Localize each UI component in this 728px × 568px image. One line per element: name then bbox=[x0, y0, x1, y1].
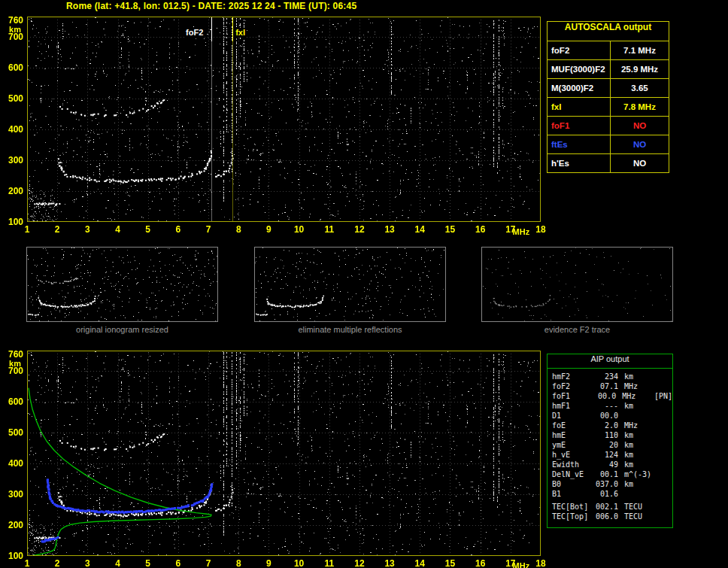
aip-param-name: Ewidth bbox=[552, 460, 593, 469]
top-ionogram-panel: foF2 fxI bbox=[0, 14, 548, 236]
autoscala-row-value: NO bbox=[611, 135, 669, 153]
aip-param-note bbox=[654, 411, 672, 421]
aip-row: hmF1---km bbox=[552, 401, 672, 411]
aip-param-value: 2.0 bbox=[593, 421, 618, 430]
aip-param-note bbox=[654, 421, 672, 430]
aip-param-name: hmF2 bbox=[552, 372, 593, 381]
aip-param-value: 037.0 bbox=[593, 479, 618, 489]
thumbnail-evidence-canvas bbox=[482, 248, 672, 321]
aip-row: TEC[Bot]002.1TECU bbox=[552, 502, 672, 512]
aip-param-unit: TECU bbox=[624, 502, 654, 512]
thumbnail-eliminate-canvas bbox=[255, 248, 445, 321]
aip-param-unit: TECU bbox=[624, 512, 654, 521]
aip-param-unit: km bbox=[624, 460, 654, 469]
aip-row: TEC[Top]006.0TECU bbox=[552, 512, 672, 521]
aip-param-value: --- bbox=[593, 401, 618, 411]
aip-row: hmE110km bbox=[552, 430, 672, 440]
autoscala-output-window: Rome (lat: +41.8, lon: 012.5) - DATE: 20… bbox=[0, 0, 728, 568]
aip-param-note bbox=[654, 489, 672, 499]
autoscala-table-header: AUTOSCALA output bbox=[548, 22, 669, 41]
aip-param-value: 006.0 bbox=[593, 512, 618, 521]
aip-param-value: 00.0 bbox=[591, 391, 616, 401]
top-ionogram-canvas bbox=[0, 14, 548, 236]
autoscala-row-value: NO bbox=[611, 117, 669, 135]
aip-param-name: DelN_vE bbox=[552, 469, 593, 479]
autoscala-row-label: ftEs bbox=[548, 135, 611, 153]
aip-param-name: ymE bbox=[552, 440, 593, 450]
aip-param-unit bbox=[624, 489, 654, 499]
autoscala-row-label: fxI bbox=[548, 98, 611, 116]
autoscala-row-label: MUF(3000)F2 bbox=[548, 60, 611, 78]
autoscala-table: AUTOSCALA output foF27.1 MHzMUF(3000)F22… bbox=[547, 21, 669, 173]
aip-param-value: 00.1 bbox=[593, 469, 618, 479]
aip-param-unit: km bbox=[624, 430, 654, 440]
aip-param-unit: MHz bbox=[622, 391, 651, 401]
autoscala-row: h'EsNO bbox=[548, 153, 669, 172]
aip-param-note bbox=[654, 469, 672, 479]
aip-param-value: 234 bbox=[593, 372, 618, 381]
thumbnail-evidence-f2 bbox=[481, 247, 673, 322]
aip-param-name: foE bbox=[552, 421, 593, 430]
thumbnail-eliminate-reflections bbox=[254, 247, 446, 322]
autoscala-row: M(3000)F23.65 bbox=[548, 78, 669, 97]
thumbnail-caption-original: original ionogram resized bbox=[26, 325, 218, 334]
aip-param-note bbox=[654, 460, 672, 469]
aip-param-value: 01.6 bbox=[593, 489, 618, 499]
aip-param-name: foF1 bbox=[552, 391, 591, 401]
autoscala-row-value: 7.8 MHz bbox=[611, 98, 669, 116]
autoscala-row: foF1NO bbox=[548, 116, 669, 135]
aip-param-value: 00.0 bbox=[593, 411, 618, 421]
aip-param-name: foF2 bbox=[552, 381, 593, 391]
aip-param-note bbox=[654, 479, 672, 489]
thumbnail-original-ionogram bbox=[26, 247, 218, 322]
fof2-marker-label: foF2 bbox=[184, 28, 205, 38]
aip-row: D100.0 bbox=[552, 411, 672, 421]
aip-row: B0037.0km bbox=[552, 479, 672, 489]
aip-param-unit: km bbox=[624, 401, 654, 411]
aip-output-box: AIP output hmF2234kmfoF207.1MHzfoF100.0M… bbox=[547, 354, 673, 528]
autoscala-row-value: 7.1 MHz bbox=[611, 41, 669, 59]
aip-row: DelN_vE00.1m^(-3) bbox=[552, 469, 672, 479]
aip-row: hmF2234km bbox=[552, 372, 672, 381]
aip-param-note bbox=[654, 401, 672, 411]
thumbnail-caption-eliminate: eliminate multiple reflections bbox=[254, 325, 446, 334]
aip-row: B101.6 bbox=[552, 489, 672, 499]
aip-param-unit: km bbox=[624, 450, 654, 460]
autoscala-row: ftEsNO bbox=[548, 135, 669, 153]
aip-param-value: 110 bbox=[593, 430, 618, 440]
aip-param-value: 002.1 bbox=[593, 502, 618, 512]
aip-param-note bbox=[654, 502, 672, 512]
aip-param-note bbox=[654, 430, 672, 440]
aip-param-unit: MHz bbox=[624, 381, 654, 391]
aip-param-name: hmE bbox=[552, 430, 593, 440]
aip-param-note: [PN] bbox=[651, 391, 672, 401]
aip-row: Ewidth49km bbox=[552, 460, 672, 469]
aip-param-value: 20 bbox=[593, 440, 618, 450]
aip-param-name: B0 bbox=[552, 479, 593, 489]
aip-param-name: D1 bbox=[552, 411, 593, 421]
aip-rows: hmF2234kmfoF207.1MHzfoF100.0MHz[PN]hmF1-… bbox=[548, 369, 672, 521]
autoscala-row-label: foF2 bbox=[548, 41, 611, 59]
aip-param-note bbox=[654, 512, 672, 521]
aip-param-unit: m^(-3) bbox=[624, 469, 654, 479]
thumbnail-caption-evidence: evidence F2 trace bbox=[481, 325, 673, 334]
aip-param-unit: km bbox=[624, 440, 654, 450]
aip-row: h_vE124km bbox=[552, 450, 672, 460]
thumbnail-original-canvas bbox=[27, 248, 217, 321]
aip-param-name: B1 bbox=[552, 489, 593, 499]
aip-param-note bbox=[654, 450, 672, 460]
autoscala-row-value: 3.65 bbox=[611, 79, 669, 97]
autoscala-table-body: foF27.1 MHzMUF(3000)F225.9 MHzM(3000)F23… bbox=[548, 41, 669, 172]
aip-param-name: h_vE bbox=[552, 450, 593, 460]
aip-param-name: hmF1 bbox=[552, 401, 593, 411]
aip-header: AIP output bbox=[548, 354, 672, 369]
aip-row: foE2.0MHz bbox=[552, 421, 672, 430]
aip-param-note bbox=[654, 440, 672, 450]
aip-param-note bbox=[654, 372, 672, 381]
fxi-marker-label: fxI bbox=[234, 28, 247, 38]
aip-param-note bbox=[654, 381, 672, 391]
autoscala-row: MUF(3000)F225.9 MHz bbox=[548, 59, 669, 78]
aip-param-unit: MHz bbox=[624, 421, 654, 430]
aip-param-name: TEC[Bot] bbox=[552, 502, 593, 512]
page-title: Rome (lat: +41.8, lon: 012.5) - DATE: 20… bbox=[66, 1, 356, 11]
